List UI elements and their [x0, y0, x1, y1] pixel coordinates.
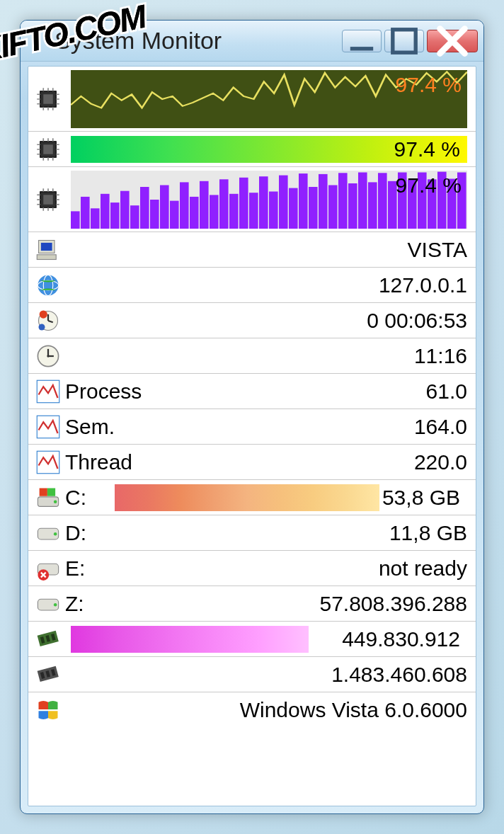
svg-rect-74 [368, 182, 377, 229]
hostname-row: VISTA [28, 232, 476, 268]
clock-icon [33, 342, 64, 370]
svg-point-111 [54, 602, 57, 606]
close-button[interactable] [427, 30, 478, 52]
swap-value: 1.483.460.608 [331, 663, 467, 687]
memory-row: 449.830.912 [28, 622, 476, 657]
process-label: Process [65, 379, 142, 404]
svg-rect-64 [269, 191, 278, 229]
svg-rect-67 [299, 173, 308, 229]
app-window: System Monitor 97.4 % [20, 20, 484, 814]
svg-point-103 [54, 500, 57, 503]
sem-row: Sem. 164.0 [28, 409, 476, 445]
svg-rect-44 [71, 211, 80, 229]
svg-rect-66 [289, 188, 298, 228]
svg-rect-73 [358, 172, 367, 229]
network-globe-icon [33, 271, 64, 299]
svg-point-107 [54, 532, 57, 535]
drive-c-label: C: [65, 486, 101, 510]
svg-rect-49 [120, 190, 130, 228]
svg-rect-70 [328, 185, 338, 229]
svg-rect-57 [200, 181, 209, 228]
drive-d-label: D: [65, 521, 86, 545]
drive-e-label: E: [65, 556, 85, 581]
drive-z-label: Z: [65, 592, 84, 616]
svg-rect-54 [170, 200, 179, 228]
svg-rect-72 [348, 183, 357, 229]
ip-value: 127.0.0.1 [379, 273, 467, 297]
drive-e-row: E: not ready [28, 551, 476, 586]
chart-line-icon [33, 377, 64, 406]
svg-rect-45 [81, 196, 90, 228]
svg-rect-61 [239, 177, 248, 228]
ram-icon [33, 625, 64, 653]
svg-rect-86 [37, 254, 56, 259]
cpu-history-value: 97.4 % [396, 73, 462, 97]
minimize-button[interactable] [342, 30, 382, 52]
cpu-bar-value: 97.4 % [394, 137, 460, 161]
svg-rect-69 [319, 173, 328, 228]
svg-rect-75 [378, 173, 387, 229]
cpu-usage-bar: 97.4 % [71, 136, 467, 163]
svg-rect-46 [91, 208, 100, 229]
computer-icon [33, 236, 64, 264]
svg-rect-53 [160, 185, 169, 229]
svg-point-94 [39, 324, 45, 330]
hostname-value: VISTA [408, 238, 467, 262]
titlebar[interactable]: System Monitor [21, 21, 483, 62]
svg-rect-68 [309, 187, 318, 229]
os-row: Windows Vista 6.0.6000 [28, 692, 476, 728]
svg-rect-51 [140, 187, 149, 229]
thread-label: Thread [65, 450, 132, 474]
content-area: 97.4 % 97.4 % 97.4 % [28, 66, 476, 806]
maximize-button[interactable] [384, 30, 424, 52]
drive-icon [33, 519, 64, 547]
svg-point-98 [47, 355, 49, 357]
uptime-row: 0 00:06:53 [28, 303, 476, 338]
svg-rect-0 [350, 47, 373, 50]
cpu-history-row: 97.4 % [28, 67, 476, 132]
svg-rect-52 [150, 200, 159, 229]
svg-rect-105 [47, 488, 55, 496]
drive-d-row: D: 11,8 GB [28, 515, 476, 551]
sem-label: Sem. [65, 415, 115, 439]
os-value: Windows Vista 6.0.6000 [240, 698, 467, 722]
svg-rect-48 [110, 202, 120, 229]
svg-rect-3 [43, 94, 53, 104]
uptime-clock-icon [33, 307, 64, 335]
svg-rect-59 [219, 179, 229, 229]
drive-d-value: 11,8 GB [389, 521, 467, 545]
svg-rect-71 [338, 173, 348, 229]
drive-icon [33, 590, 64, 618]
cpu-spectrum-row: 97.4 % [28, 167, 476, 232]
thread-row: Thread 220.0 [28, 445, 476, 480]
svg-rect-104 [40, 488, 47, 496]
cpu-chip-icon [33, 85, 64, 113]
drive-e-value: not ready [379, 556, 467, 581]
process-value: 61.0 [426, 379, 467, 404]
cpu-bar-row: 97.4 % [28, 132, 476, 167]
drive-system-icon [33, 484, 64, 512]
windows-logo-icon [33, 696, 64, 724]
thread-value: 220.0 [414, 450, 467, 474]
svg-point-93 [40, 310, 47, 318]
cpu-chip-icon [33, 185, 64, 214]
chart-line-icon [33, 448, 64, 476]
cpu-spectrum-value: 97.4 % [396, 173, 462, 198]
svg-rect-62 [249, 193, 258, 229]
drive-error-icon [33, 554, 64, 583]
memory-bar: 449.830.912 [71, 626, 467, 653]
drive-z-row: Z: 57.808.396.288 [28, 586, 476, 622]
svg-rect-60 [229, 193, 239, 228]
process-row: Process 61.0 [28, 374, 476, 409]
svg-rect-55 [180, 182, 189, 229]
clock-row: 11:16 [28, 338, 476, 374]
svg-rect-1 [393, 29, 416, 52]
drive-c-bar: 53,8 GB [115, 484, 467, 511]
clock-value: 11:16 [414, 344, 467, 368]
svg-rect-47 [101, 193, 110, 228]
drive-c-value: 53,8 GB [382, 486, 460, 510]
svg-rect-63 [259, 176, 268, 229]
svg-rect-85 [41, 242, 52, 250]
svg-rect-58 [210, 195, 219, 229]
svg-rect-56 [190, 196, 199, 228]
